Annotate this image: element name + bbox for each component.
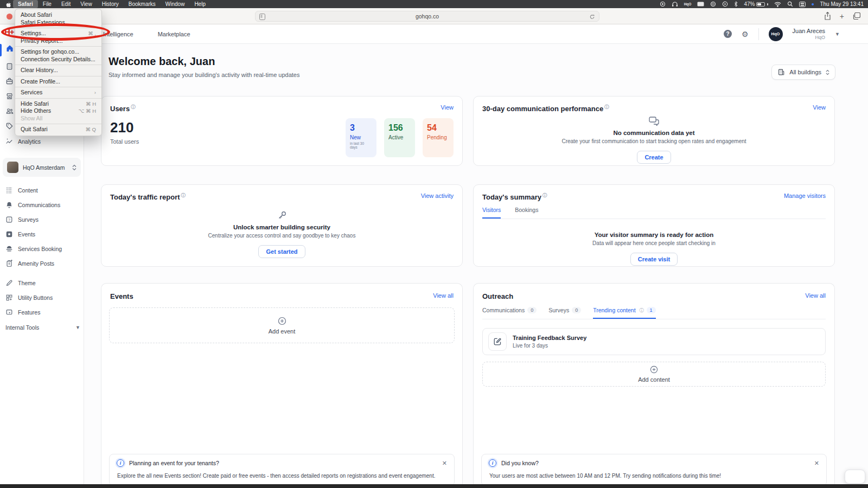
- grid-plus-icon: [5, 294, 13, 301]
- tab-bookings[interactable]: Bookings: [515, 207, 538, 219]
- menu-separator: [15, 46, 101, 47]
- new-tab-icon[interactable]: +: [840, 12, 844, 20]
- tab-visitors[interactable]: Visitors: [482, 207, 501, 219]
- tab-surveys[interactable]: Surveys 0: [548, 307, 581, 319]
- menubar-clock[interactable]: Thu May 29 13:41: [820, 1, 864, 7]
- sidebar-item-utility-buttons[interactable]: Utility Buttons: [5, 293, 80, 302]
- menubar-item-view[interactable]: View: [75, 0, 97, 8]
- people-icon[interactable]: [5, 107, 14, 115]
- sidebar-item-surveys[interactable]: ? Surveys: [5, 215, 80, 224]
- address-bar[interactable]: gohqo.co: [255, 11, 599, 22]
- battery-percent: 47%: [744, 1, 755, 7]
- sidebar-item-internal-tools[interactable]: Internal Tools ▼: [5, 323, 80, 332]
- gear-status-icon[interactable]: [660, 1, 666, 7]
- close-icon[interactable]: ✕: [814, 460, 819, 467]
- building-selector[interactable]: HqO Amsterdam: [3, 158, 81, 177]
- chat-launcher[interactable]: [845, 470, 865, 484]
- summary-card-title: Today's summaryⓘ: [482, 192, 547, 201]
- info-circle-icon: i: [117, 459, 124, 467]
- user-info[interactable]: Juan Areces HqO: [793, 28, 826, 40]
- briefcase-icon[interactable]: [5, 77, 14, 85]
- tag-icon[interactable]: [5, 122, 14, 130]
- hqo-status-icon[interactable]: HqO: [684, 2, 692, 6]
- menu-item-hide-safari[interactable]: Hide Safari⌘ H: [15, 100, 101, 108]
- menu-item-services[interactable]: Services›: [15, 89, 101, 97]
- create-visit-button[interactable]: Create visit: [630, 253, 678, 266]
- sidebar-item-theme[interactable]: Theme: [5, 279, 80, 287]
- view-activity-link[interactable]: View activity: [421, 192, 454, 199]
- settings-gear-icon[interactable]: ⚙: [742, 30, 749, 38]
- close-window-traffic-light[interactable]: [7, 14, 12, 20]
- menu-item-connection-security[interactable]: Connection Security Details...: [15, 56, 101, 63]
- sidebar-item-content[interactable]: Content: [5, 186, 80, 195]
- outreach-view-all-link[interactable]: View all: [805, 292, 826, 299]
- menubar-item-bookmarks[interactable]: Bookmarks: [124, 0, 161, 8]
- reload-icon[interactable]: [589, 14, 595, 20]
- apple-menu-icon[interactable]: [4, 1, 12, 8]
- traffic-empty-desc: Centralize your access control and say g…: [208, 233, 356, 239]
- menu-item-about-safari[interactable]: About Safari: [15, 11, 101, 19]
- tab-trending-content[interactable]: Trending content ⓘ 1: [593, 307, 655, 319]
- building-selector-label: HqO Amsterdam: [23, 164, 65, 171]
- headphones-status-icon[interactable]: [672, 1, 678, 7]
- reader-sidebar-icon[interactable]: [259, 14, 265, 20]
- share-icon[interactable]: [824, 12, 831, 20]
- trending-count-badge: 1: [647, 307, 656, 313]
- menubar-item-window[interactable]: Window: [161, 0, 190, 8]
- menubar-item-help[interactable]: Help: [189, 0, 210, 8]
- events-view-all-link[interactable]: View all: [433, 292, 454, 299]
- communication-performance-card: 30-day communication performanceⓘ View N…: [473, 96, 835, 166]
- battery-status-icon[interactable]: 47%: [744, 1, 768, 7]
- add-content-dropzone[interactable]: Add content: [482, 362, 826, 387]
- get-started-button[interactable]: Get started: [258, 245, 305, 258]
- trending-content-item[interactable]: Training Feedback Survey Live for 3 days: [482, 328, 826, 355]
- buildings-icon: [777, 68, 785, 76]
- users-view-link[interactable]: View: [441, 104, 454, 111]
- menubar-item-safari[interactable]: Safari: [13, 0, 38, 8]
- safari-toolbar: gohqo.co +: [0, 8, 868, 24]
- storefront-icon[interactable]: [5, 92, 14, 100]
- home-icon[interactable]: [5, 44, 14, 53]
- close-icon[interactable]: ✕: [442, 460, 447, 467]
- menu-item-settings-for-site[interactable]: Settings for gohqo.co...: [15, 48, 101, 56]
- menubar-item-history[interactable]: History: [97, 0, 124, 8]
- menu-item-create-profile[interactable]: Create Profile...: [15, 78, 101, 86]
- sidebar-item-services-booking[interactable]: Services Booking: [5, 245, 80, 253]
- play-status-icon[interactable]: [722, 1, 728, 7]
- user-menu-chevron-icon[interactable]: ▼: [835, 31, 840, 37]
- sidebar-item-communications[interactable]: Communications: [5, 201, 80, 209]
- create-communication-button[interactable]: Create: [637, 151, 671, 164]
- building-filter[interactable]: All buildings: [771, 65, 835, 80]
- add-event-dropzone[interactable]: Add event: [109, 307, 455, 343]
- stat-tile-active: 156 Active: [384, 118, 415, 157]
- tab-overview-icon[interactable]: [853, 12, 860, 20]
- menu-item-clear-history[interactable]: Clear History...: [15, 67, 101, 74]
- menu-separator: [15, 65, 101, 65]
- settings-wheel-status-icon[interactable]: [710, 1, 716, 7]
- control-center-icon[interactable]: [799, 2, 806, 7]
- comm-view-link[interactable]: View: [813, 104, 826, 111]
- address-bar-url: gohqo.co: [416, 13, 439, 20]
- spotlight-search-icon[interactable]: [787, 1, 793, 7]
- tab-communications[interactable]: Communications 0: [482, 307, 537, 319]
- wifi-status-icon[interactable]: [774, 2, 781, 7]
- bluetooth-status-icon[interactable]: [734, 1, 738, 7]
- building-icon[interactable]: [5, 62, 14, 70]
- summary-empty-desc: Data will appear here once people start …: [592, 240, 716, 246]
- manage-visitors-link[interactable]: Manage visitors: [784, 192, 826, 199]
- sidebar-item-events[interactable]: Events: [5, 230, 80, 239]
- avatar[interactable]: HqO: [769, 27, 783, 41]
- users-card-title: Usersⓘ: [110, 104, 135, 113]
- menubar-item-edit[interactable]: Edit: [56, 0, 75, 8]
- menu-item-hide-others[interactable]: Hide Others⌥ ⌘ H: [15, 107, 101, 115]
- menu-item-quit-safari[interactable]: Quit Safari⌘ Q: [15, 126, 101, 133]
- comm-empty-desc: Create your first communication to start…: [561, 138, 746, 144]
- nav-marketplace[interactable]: Marketplace: [158, 31, 190, 37]
- menubar-item-file[interactable]: File: [38, 0, 56, 8]
- sidebar-item-amenity-posts[interactable]: Amenity Posts: [5, 259, 80, 268]
- sidebar-item-features[interactable]: Features: [5, 308, 80, 317]
- display-status-icon[interactable]: [697, 2, 704, 7]
- plus-circle-icon: [650, 365, 658, 374]
- help-icon[interactable]: ?: [724, 30, 732, 38]
- sidebar-item-analytics[interactable]: Analytics: [5, 137, 80, 146]
